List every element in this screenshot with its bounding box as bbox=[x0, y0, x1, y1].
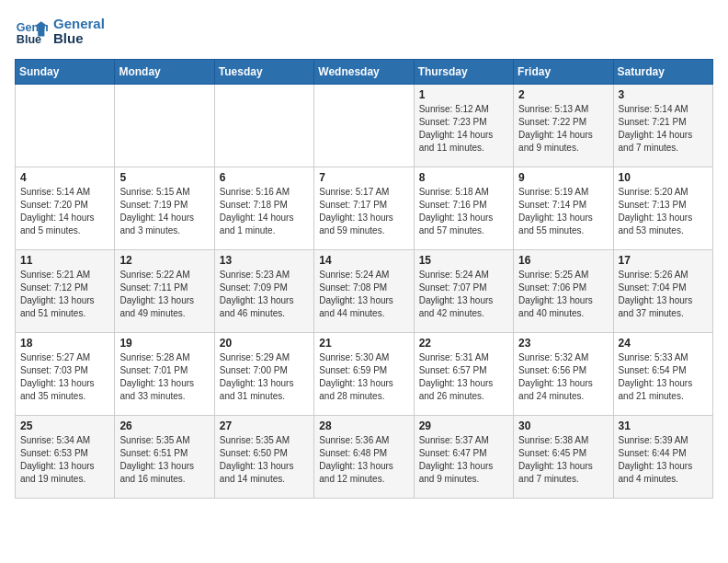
cell-info: Sunrise: 5:34 AMSunset: 6:53 PMDaylight:… bbox=[20, 434, 109, 486]
day-number: 7 bbox=[319, 171, 408, 184]
calendar-cell: 16Sunrise: 5:25 AMSunset: 7:06 PMDayligh… bbox=[514, 250, 613, 333]
day-number: 24 bbox=[619, 337, 708, 350]
calendar-cell: 18Sunrise: 5:27 AMSunset: 7:03 PMDayligh… bbox=[16, 333, 115, 416]
calendar-cell bbox=[214, 85, 313, 167]
logo-general: General bbox=[53, 17, 105, 32]
calendar-week-2: 4Sunrise: 5:14 AMSunset: 7:20 PMDaylight… bbox=[16, 167, 713, 250]
calendar-cell: 11Sunrise: 5:21 AMSunset: 7:12 PMDayligh… bbox=[16, 250, 115, 333]
cell-info: Sunrise: 5:35 AMSunset: 6:51 PMDaylight:… bbox=[119, 434, 209, 486]
calendar-cell: 26Sunrise: 5:35 AMSunset: 6:51 PMDayligh… bbox=[115, 416, 214, 499]
cell-info: Sunrise: 5:12 AMSunset: 7:23 PMDaylight:… bbox=[419, 103, 508, 155]
calendar-week-4: 18Sunrise: 5:27 AMSunset: 7:03 PMDayligh… bbox=[16, 333, 713, 416]
day-number: 15 bbox=[419, 254, 508, 267]
day-header-wednesday: Wednesday bbox=[314, 60, 414, 85]
day-header-thursday: Thursday bbox=[414, 60, 513, 85]
cell-info: Sunrise: 5:26 AMSunset: 7:04 PMDaylight:… bbox=[619, 269, 708, 320]
day-header-monday: Monday bbox=[115, 60, 214, 85]
calendar-cell: 22Sunrise: 5:31 AMSunset: 6:57 PMDayligh… bbox=[414, 333, 513, 416]
calendar-cell: 31Sunrise: 5:39 AMSunset: 6:44 PMDayligh… bbox=[613, 416, 712, 499]
cell-info: Sunrise: 5:35 AMSunset: 6:50 PMDaylight:… bbox=[220, 434, 309, 486]
day-number: 13 bbox=[220, 254, 309, 267]
cell-info: Sunrise: 5:19 AMSunset: 7:14 PMDaylight:… bbox=[518, 186, 608, 237]
calendar-cell: 23Sunrise: 5:32 AMSunset: 6:56 PMDayligh… bbox=[514, 333, 613, 416]
calendar-cell: 9Sunrise: 5:19 AMSunset: 7:14 PMDaylight… bbox=[514, 167, 613, 250]
day-number: 31 bbox=[619, 419, 708, 432]
calendar-cell bbox=[314, 85, 414, 167]
calendar-cell: 8Sunrise: 5:18 AMSunset: 7:16 PMDaylight… bbox=[414, 167, 513, 250]
day-number: 18 bbox=[20, 337, 109, 350]
logo-blue: Blue bbox=[53, 31, 105, 47]
day-number: 21 bbox=[319, 337, 408, 350]
svg-text:Blue: Blue bbox=[17, 33, 41, 46]
cell-info: Sunrise: 5:27 AMSunset: 7:03 PMDaylight:… bbox=[20, 351, 109, 403]
calendar-body: 1Sunrise: 5:12 AMSunset: 7:23 PMDaylight… bbox=[16, 85, 713, 499]
calendar-cell: 3Sunrise: 5:14 AMSunset: 7:21 PMDaylight… bbox=[613, 85, 712, 167]
day-number: 26 bbox=[119, 419, 209, 432]
calendar-cell: 5Sunrise: 5:15 AMSunset: 7:19 PMDaylight… bbox=[115, 167, 214, 250]
cell-info: Sunrise: 5:29 AMSunset: 7:00 PMDaylight:… bbox=[220, 351, 309, 403]
cell-info: Sunrise: 5:14 AMSunset: 7:20 PMDaylight:… bbox=[20, 186, 109, 237]
cell-info: Sunrise: 5:33 AMSunset: 6:54 PMDaylight:… bbox=[619, 351, 708, 403]
calendar-cell: 2Sunrise: 5:13 AMSunset: 7:22 PMDaylight… bbox=[514, 85, 613, 167]
cell-info: Sunrise: 5:14 AMSunset: 7:21 PMDaylight:… bbox=[619, 103, 708, 155]
calendar-cell: 19Sunrise: 5:28 AMSunset: 7:01 PMDayligh… bbox=[115, 333, 214, 416]
cell-info: Sunrise: 5:39 AMSunset: 6:44 PMDaylight:… bbox=[619, 434, 708, 486]
calendar-cell: 7Sunrise: 5:17 AMSunset: 7:17 PMDaylight… bbox=[314, 167, 414, 250]
calendar-cell bbox=[115, 85, 214, 167]
cell-info: Sunrise: 5:24 AMSunset: 7:08 PMDaylight:… bbox=[319, 269, 408, 320]
calendar-week-3: 11Sunrise: 5:21 AMSunset: 7:12 PMDayligh… bbox=[16, 250, 713, 333]
cell-info: Sunrise: 5:38 AMSunset: 6:45 PMDaylight:… bbox=[518, 434, 608, 486]
day-header-friday: Friday bbox=[514, 60, 613, 85]
day-number: 20 bbox=[220, 337, 309, 350]
calendar-cell: 27Sunrise: 5:35 AMSunset: 6:50 PMDayligh… bbox=[214, 416, 313, 499]
calendar-cell: 4Sunrise: 5:14 AMSunset: 7:20 PMDaylight… bbox=[16, 167, 115, 250]
cell-info: Sunrise: 5:37 AMSunset: 6:47 PMDaylight:… bbox=[419, 434, 508, 486]
logo-icon: General Blue bbox=[15, 15, 48, 48]
day-number: 1 bbox=[419, 88, 508, 101]
cell-info: Sunrise: 5:30 AMSunset: 6:59 PMDaylight:… bbox=[319, 351, 408, 403]
day-number: 27 bbox=[220, 419, 309, 432]
calendar-week-5: 25Sunrise: 5:34 AMSunset: 6:53 PMDayligh… bbox=[16, 416, 713, 499]
day-number: 4 bbox=[20, 171, 109, 184]
calendar-cell: 25Sunrise: 5:34 AMSunset: 6:53 PMDayligh… bbox=[16, 416, 115, 499]
day-number: 29 bbox=[419, 419, 508, 432]
cell-info: Sunrise: 5:28 AMSunset: 7:01 PMDaylight:… bbox=[119, 351, 209, 403]
calendar-table: SundayMondayTuesdayWednesdayThursdayFrid… bbox=[15, 59, 713, 499]
logo: General Blue General Blue bbox=[15, 15, 105, 48]
day-header-sunday: Sunday bbox=[16, 60, 115, 85]
cell-info: Sunrise: 5:32 AMSunset: 6:56 PMDaylight:… bbox=[518, 351, 608, 403]
cell-info: Sunrise: 5:31 AMSunset: 6:57 PMDaylight:… bbox=[419, 351, 508, 403]
day-header-tuesday: Tuesday bbox=[214, 60, 313, 85]
day-number: 22 bbox=[419, 337, 508, 350]
day-number: 25 bbox=[20, 419, 109, 432]
day-number: 10 bbox=[619, 171, 708, 184]
calendar-cell: 6Sunrise: 5:16 AMSunset: 7:18 PMDaylight… bbox=[214, 167, 313, 250]
day-number: 11 bbox=[20, 254, 109, 267]
cell-info: Sunrise: 5:13 AMSunset: 7:22 PMDaylight:… bbox=[518, 103, 608, 155]
calendar-cell: 17Sunrise: 5:26 AMSunset: 7:04 PMDayligh… bbox=[613, 250, 712, 333]
calendar-cell: 20Sunrise: 5:29 AMSunset: 7:00 PMDayligh… bbox=[214, 333, 313, 416]
day-number: 5 bbox=[119, 171, 209, 184]
day-number: 6 bbox=[220, 171, 309, 184]
calendar-header-row: SundayMondayTuesdayWednesdayThursdayFrid… bbox=[16, 60, 713, 85]
header: General Blue General Blue bbox=[15, 15, 713, 48]
cell-info: Sunrise: 5:25 AMSunset: 7:06 PMDaylight:… bbox=[518, 269, 608, 320]
calendar-week-1: 1Sunrise: 5:12 AMSunset: 7:23 PMDaylight… bbox=[16, 85, 713, 167]
day-number: 23 bbox=[518, 337, 608, 350]
day-number: 3 bbox=[619, 88, 708, 101]
day-header-saturday: Saturday bbox=[613, 60, 712, 85]
cell-info: Sunrise: 5:18 AMSunset: 7:16 PMDaylight:… bbox=[419, 186, 508, 237]
day-number: 2 bbox=[518, 88, 608, 101]
day-number: 12 bbox=[119, 254, 209, 267]
calendar-cell: 29Sunrise: 5:37 AMSunset: 6:47 PMDayligh… bbox=[414, 416, 513, 499]
cell-info: Sunrise: 5:36 AMSunset: 6:48 PMDaylight:… bbox=[319, 434, 408, 486]
calendar-cell: 30Sunrise: 5:38 AMSunset: 6:45 PMDayligh… bbox=[514, 416, 613, 499]
cell-info: Sunrise: 5:17 AMSunset: 7:17 PMDaylight:… bbox=[319, 186, 408, 237]
day-number: 28 bbox=[319, 419, 408, 432]
cell-info: Sunrise: 5:24 AMSunset: 7:07 PMDaylight:… bbox=[419, 269, 508, 320]
cell-info: Sunrise: 5:21 AMSunset: 7:12 PMDaylight:… bbox=[20, 269, 109, 320]
day-number: 17 bbox=[619, 254, 708, 267]
day-number: 8 bbox=[419, 171, 508, 184]
calendar-cell: 12Sunrise: 5:22 AMSunset: 7:11 PMDayligh… bbox=[115, 250, 214, 333]
cell-info: Sunrise: 5:22 AMSunset: 7:11 PMDaylight:… bbox=[119, 269, 209, 320]
